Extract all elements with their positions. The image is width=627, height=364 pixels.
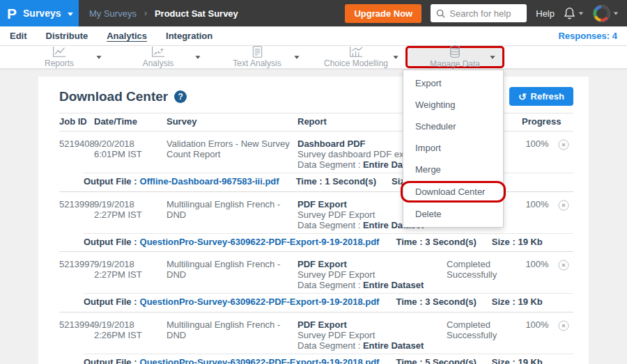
time-label: Time : (396, 237, 422, 247)
menu-item-download-center[interactable]: Download Center (401, 181, 506, 203)
cancel-icon[interactable] (558, 139, 569, 150)
cell-progress: 100% (522, 320, 558, 351)
menu-item-merge[interactable]: Merge (403, 159, 503, 180)
cell-date: 9/19/2018 2:27PM IST (94, 200, 167, 231)
refresh-button[interactable]: ↺ Refresh (509, 87, 573, 106)
cancel-icon[interactable] (558, 320, 569, 331)
report-data-segment: Data Segment : Entire Dataset (297, 341, 441, 351)
tab-analytics[interactable]: Analytics (107, 31, 147, 41)
output-file-line: Output File :QuestionPro-Survey-6309622-… (84, 233, 573, 252)
breadcrumb: My Surveys › Product Sat Survey (89, 8, 238, 19)
report-description: Survey PDF Export (297, 331, 441, 341)
output-file-line: Output File :QuestionPro-Survey-6309622-… (84, 293, 573, 312)
chevron-down-icon (195, 56, 200, 59)
breadcrumb-my-surveys[interactable]: My Surveys (89, 8, 137, 19)
help-search[interactable] (431, 4, 527, 22)
toolbar-item-manage-data[interactable]: Manage Data (405, 46, 504, 68)
output-file-label: Output File : (84, 357, 137, 364)
surveys-menu[interactable]: P Surveys (0, 0, 79, 26)
cell-status: Completed Successfully (447, 320, 522, 351)
upgrade-now-button[interactable]: Upgrade Now (345, 4, 421, 23)
toolbar-item-label: Manage Data (430, 59, 480, 69)
size-value: 19 Kb (518, 296, 542, 307)
size-label: Size : (492, 357, 516, 364)
cancel-icon[interactable] (558, 260, 569, 271)
size-group: Size : 19 Kb (492, 296, 543, 307)
column-header-date-time: Date/Time (94, 117, 167, 127)
cell-actions (558, 260, 573, 291)
menu-item-import[interactable]: Import (403, 137, 503, 159)
tab-integration[interactable]: Integration (166, 31, 212, 41)
topbar-right: Upgrade Now Help (345, 4, 627, 23)
chevron-down-icon (614, 12, 618, 15)
database-icon (449, 45, 461, 58)
bell-icon (564, 7, 575, 19)
data-segment-label: Data Segment : (297, 280, 360, 290)
column-header-progress: Progress (522, 117, 558, 127)
cancel-icon[interactable] (558, 200, 569, 211)
toolbar-item-text-analysis[interactable]: Text Analysis (208, 46, 307, 68)
size-label: Size : (492, 296, 516, 307)
table-row: 52139949/19/2018 2:26PM ISTMultilingual … (59, 312, 573, 364)
time-value: 3 Second(s) (425, 296, 477, 307)
table-row-main: 52139949/19/2018 2:26PM ISTMultilingual … (59, 312, 573, 354)
time-label: Time : (396, 357, 422, 364)
cell-actions (558, 200, 573, 231)
refresh-icon: ↺ (518, 92, 527, 102)
output-file-link[interactable]: QuestionPro-Survey-6309622-PDF-Export-9-… (140, 296, 380, 307)
size-value: 19 Kb (518, 237, 542, 247)
output-file-link[interactable]: Offline-Dashboard-967583-iii.pdf (140, 176, 279, 187)
column-header-job-id: Job ID (59, 117, 94, 127)
cell-job-id: 5213997 (59, 260, 94, 291)
cell-survey: Multilingual English French - DND (167, 320, 297, 351)
time-group: Time : 1 Second(s) (296, 176, 376, 187)
search-input[interactable] (449, 8, 521, 19)
toolbar-item-choice-modelling[interactable]: Choice Modelling (307, 46, 405, 68)
cell-actions (558, 139, 573, 171)
tab-edit[interactable]: Edit (10, 31, 27, 41)
manage-data-menu: ExportWeightingSchedulerImportMergeDownl… (403, 70, 504, 228)
output-file-label: Output File : (84, 296, 137, 307)
menu-item-weighting[interactable]: Weighting (403, 94, 503, 116)
survey-nav: EditDistributeAnalyticsIntegration Respo… (0, 26, 627, 46)
menu-item-export[interactable]: Export (403, 72, 503, 94)
toolbar-item-label: Choice Modelling (324, 58, 388, 68)
toolbar-item-reports[interactable]: Reports (10, 46, 109, 68)
cell-job-id: 5213998 (59, 200, 94, 231)
download-center-panel: Download Center ? ↺ Refresh Job IDDate/T… (38, 77, 589, 364)
menu-item-delete[interactable]: Delete (403, 203, 503, 225)
notifications-button[interactable] (564, 7, 584, 19)
column-header-actions (558, 117, 573, 127)
cell-job-id: 5219408 (59, 139, 94, 171)
menu-item-scheduler[interactable]: Scheduler (403, 116, 503, 137)
help-icon[interactable]: ? (174, 90, 187, 103)
cell-survey: Multilingual English French - DND (167, 200, 297, 231)
cell-actions (558, 320, 573, 351)
report-description: Survey PDF Export (297, 270, 441, 280)
breadcrumb-current-survey: Product Sat Survey (155, 8, 238, 19)
time-value: 1 Second(s) (325, 176, 376, 187)
responses-count[interactable]: Responses: 4 (558, 31, 617, 41)
bar-chart-icon (349, 46, 363, 58)
page-title: Download Center (59, 89, 168, 104)
chevron-down-icon (490, 56, 495, 59)
cell-survey: Validation Errors - New Survey Count Rep… (167, 139, 297, 171)
cell-progress: 100% (522, 260, 558, 291)
topbar: P Surveys My Surveys › Product Sat Surve… (0, 0, 627, 26)
output-file-link[interactable]: QuestionPro-Survey-6309622-PDF-Export-9-… (140, 357, 380, 364)
profile-menu[interactable] (593, 5, 619, 22)
size-group: Size : 19 Kb (492, 357, 543, 364)
output-file-link[interactable]: QuestionPro-Survey-6309622-PDF-Export-9-… (140, 237, 380, 247)
time-label: Time : (296, 176, 323, 187)
time-group: Time : 3 Second(s) (396, 237, 476, 247)
tab-distribute[interactable]: Distribute (46, 31, 88, 41)
help-link[interactable]: Help (536, 8, 555, 19)
questionpro-logo-icon: P (7, 6, 17, 21)
cell-date: 9/20/2018 6:01PM IST (94, 139, 167, 171)
data-segment-label: Data Segment : (297, 159, 360, 170)
panel-header: Download Center ? ↺ Refresh (38, 77, 589, 113)
toolbar-item-analysis[interactable]: Analysis (109, 46, 208, 68)
output-file-line: Output File :QuestionPro-Survey-6309622-… (84, 354, 573, 364)
cell-job-id: 5213994 (59, 320, 94, 351)
analytics-toolbar: ReportsAnalysisText AnalysisChoice Model… (0, 46, 627, 70)
